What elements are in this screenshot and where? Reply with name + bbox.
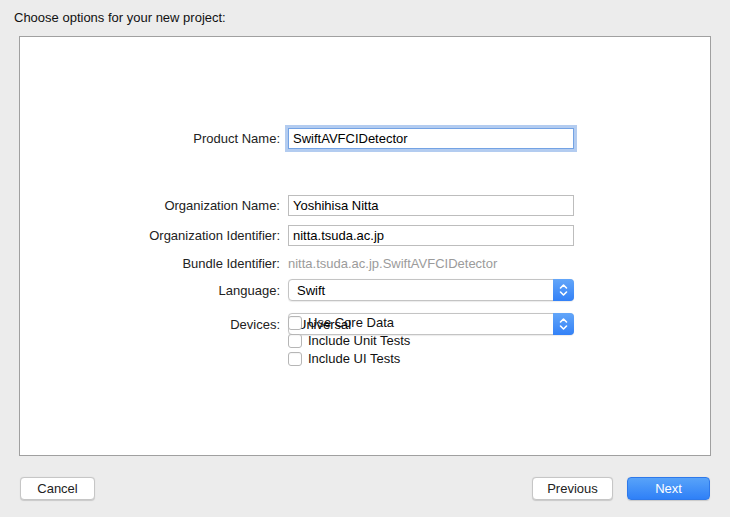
language-row: Language: Swift <box>20 279 710 301</box>
include-ui-tests-option[interactable]: Include UI Tests <box>288 351 400 366</box>
options-panel: Product Name: Organization Name: Organiz… <box>19 36 711 456</box>
bundle-identifier-row: Bundle Identifier: nitta.tsuda.ac.jp.Swi… <box>20 256 710 271</box>
language-label: Language: <box>20 283 280 298</box>
bundle-identifier-label: Bundle Identifier: <box>20 256 280 271</box>
organization-name-label: Organization Name: <box>20 198 280 213</box>
product-name-row: Product Name: <box>20 128 710 149</box>
language-popup[interactable]: Swift <box>288 279 574 301</box>
bundle-identifier-row <box>20 221 710 235</box>
language-popup-value: Swift <box>289 283 325 298</box>
cancel-button[interactable]: Cancel <box>20 477 95 500</box>
previous-button[interactable]: Previous <box>532 477 613 500</box>
project-options-form: Product Name: Organization Name: Organiz… <box>20 37 710 455</box>
include-unit-tests-label: Include Unit Tests <box>308 333 410 348</box>
use-core-data-checkbox[interactable] <box>288 316 302 330</box>
next-button[interactable]: Next <box>627 477 710 500</box>
chevron-up-down-icon <box>553 279 574 301</box>
organization-name-row: Organization Name: <box>20 195 710 216</box>
bundle-identifier-value: nitta.tsuda.ac.jp.SwiftAVFCIDetector <box>288 256 497 271</box>
product-name-input[interactable] <box>288 128 574 149</box>
devices-label: Devices: <box>20 317 280 332</box>
organization-name-input[interactable] <box>288 195 574 216</box>
include-ui-tests-label: Include UI Tests <box>308 351 400 366</box>
use-core-data-option[interactable]: Use Core Data <box>288 315 394 330</box>
include-unit-tests-checkbox[interactable] <box>288 334 302 348</box>
include-ui-tests-checkbox[interactable] <box>288 352 302 366</box>
use-core-data-label: Use Core Data <box>308 315 394 330</box>
product-name-label: Product Name: <box>20 131 280 146</box>
chevron-up-down-icon <box>553 313 574 335</box>
dialog-title: Choose options for your new project: <box>14 10 226 25</box>
include-unit-tests-option[interactable]: Include Unit Tests <box>288 333 410 348</box>
